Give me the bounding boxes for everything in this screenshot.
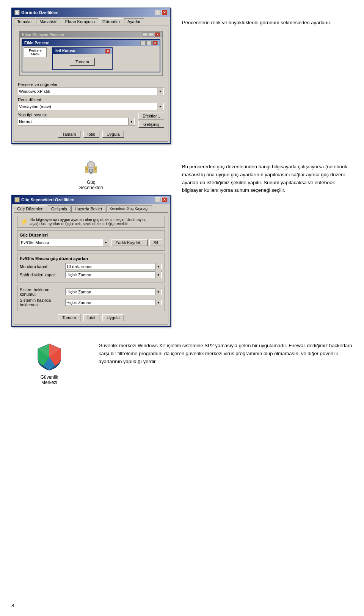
sistem-bekleme-select[interactable]: Hiçbir Zaman ▼ bbox=[65, 288, 162, 295]
section3-security: GüvenlikMerkezi Güvenlik merkezi Windows… bbox=[11, 342, 353, 385]
tab-gelismis[interactable]: Gelişmiş bbox=[48, 205, 71, 212]
gelismis-button[interactable]: Gelişmiş bbox=[138, 121, 164, 128]
renk-duzeni-select[interactable]: Varsayılan (mavi) ▼ bbox=[18, 103, 164, 110]
svg-point-1 bbox=[88, 162, 94, 168]
sil-button[interactable]: Sil bbox=[149, 239, 162, 246]
display-dialog-area: 🖥 Görüntü Özellikleri ? ✕ Temalar Masaüs… bbox=[11, 8, 171, 144]
monitoru-kapat-row: Monitörü kapat: 10 dak. sonra ▼ bbox=[20, 263, 162, 270]
power-icon-svg bbox=[82, 159, 100, 178]
guc-secenekleri-dialog: ⚡ Güç Seçenekleri Özellikleri ? ✕ Güç Dü… bbox=[11, 195, 171, 327]
sabit-disk-select[interactable]: Hiçbir Zaman ▼ bbox=[65, 271, 162, 278]
tab-guc-duzenleri[interactable]: Güç Düzenleri bbox=[14, 205, 47, 212]
yazi-boyutu-col: Yazı tipi boyutu: Normal ▼ bbox=[18, 113, 135, 128]
power-uygula-button[interactable]: Uygula bbox=[102, 314, 124, 321]
power-dialog-title: Güç Seçenekleri Özellikleri bbox=[21, 197, 75, 202]
power-scheme-area: Güç Düzenleri Ev/Ofis Masası ▼ Farklı Ka… bbox=[17, 230, 165, 251]
power-icon-label: GüçSeçenekleri bbox=[79, 180, 103, 190]
dialog-icon: 🖥 bbox=[14, 10, 20, 15]
security-icon-label: GüvenlikMerkezi bbox=[41, 375, 58, 385]
power-close-button[interactable]: ✕ bbox=[162, 197, 168, 202]
power-dialog-buttons: Tamam İptal Uygula bbox=[17, 314, 165, 321]
yazi-boyutu-label: Yazı tipi boyutu: bbox=[18, 113, 135, 117]
tab-gorunum[interactable]: Görünüm bbox=[99, 18, 123, 25]
power-scheme-select[interactable]: Ev/Ofis Masası ▼ bbox=[20, 239, 110, 246]
power-info-text: Bu bilgisayar için uygun ayarları olan g… bbox=[30, 218, 162, 226]
power-help-button[interactable]: ? bbox=[155, 197, 161, 202]
monitoru-kapat-select[interactable]: 10 dak. sonra ▼ bbox=[65, 263, 162, 270]
close-btn-inactive[interactable]: ✕ bbox=[155, 32, 160, 37]
inactive-window-preview: Etkin Olmayan Pencere _ □ ✕ bbox=[19, 31, 163, 76]
yazi-boyutu-select[interactable]: Normal ▼ bbox=[18, 118, 135, 125]
sistem-hazirda-select[interactable]: Hiçbir Zaman ▼ bbox=[65, 299, 162, 306]
close-btn-active[interactable]: ✕ bbox=[152, 41, 158, 45]
svg-rect-5 bbox=[94, 168, 96, 170]
min-btn[interactable]: _ bbox=[143, 32, 148, 37]
message-body: Tamam bbox=[53, 54, 112, 69]
farkli-kaydet-button[interactable]: Farklı Kaydet... bbox=[111, 239, 148, 246]
monitoru-kapat-label: Monitörü kapat: bbox=[20, 264, 65, 269]
section2-power-options: GüçSeçenekleri ⚡ Güç Seçenekleri Özellik… bbox=[11, 159, 353, 327]
sabit-disk-label: Sabit diskleri kapat: bbox=[20, 273, 65, 277]
power-dialog-area: GüçSeçenekleri ⚡ Güç Seçenekleri Özellik… bbox=[11, 159, 171, 327]
form-section: Pencere ve düğmeler: Windows XP stili ▼ … bbox=[18, 82, 164, 128]
active-window-container: Etkin Pencere _ □ ✕ Pencere Metni bbox=[20, 38, 162, 75]
iptal-dialog-button[interactable]: İptal bbox=[83, 131, 100, 138]
section2-text: Bu pencereden güç düzenlerinden hangi bi… bbox=[182, 163, 353, 194]
section1-text: Pencerelerin renk ve büyüklüklerini görü… bbox=[182, 19, 353, 27]
title-controls: ? ✕ bbox=[155, 10, 168, 15]
active-window-preview: Etkin Pencere _ □ ✕ Pencere Metni bbox=[22, 39, 160, 72]
min-btn-active[interactable]: _ bbox=[140, 41, 146, 45]
message-title: İleti Kutusu ✕ bbox=[53, 48, 112, 54]
max-btn[interactable]: □ bbox=[149, 32, 154, 37]
tab-ayarlar[interactable]: Ayarlar bbox=[124, 18, 144, 25]
tamam-dialog-button[interactable]: Tamam bbox=[58, 131, 80, 138]
power-tabs: Güç Düzenleri Gelişmiş Hazırda Beklet Ke… bbox=[12, 204, 170, 212]
tab-masaustu[interactable]: Masaüstü bbox=[36, 18, 61, 25]
power-tamam-button[interactable]: Tamam bbox=[58, 314, 80, 321]
goruntuozellikleri-dialog: 🖥 Görüntü Özellikleri ? ✕ Temalar Masaüs… bbox=[11, 8, 171, 144]
security-icon-area: GüvenlikMerkezi bbox=[11, 342, 87, 385]
efektler-button[interactable]: Efektler... bbox=[138, 113, 164, 119]
dialog-buttons: Tamam İptal Uygula bbox=[18, 131, 164, 138]
section2-description: Bu pencereden güç düzenlerinden hangi bi… bbox=[182, 159, 353, 194]
max-btn-active[interactable]: □ bbox=[146, 41, 152, 45]
sistem-bekleme-arrow: ▼ bbox=[155, 288, 161, 295]
sistem-bekleme-label: Sistem bekleme konumu: bbox=[20, 287, 65, 296]
active-window-body: Pencere Metni İleti Kutusu ✕ bbox=[22, 46, 160, 72]
tab-hazirda-beklet[interactable]: Hazırda Beklet bbox=[71, 205, 105, 212]
sistem-hazirda-row: Sistemin hazırda beklemesi: Hiçbir Zaman… bbox=[20, 298, 162, 307]
dropdown-arrow2: ▼ bbox=[157, 103, 163, 110]
dialog-title: Görüntü Özellikleri bbox=[21, 10, 58, 15]
dialog-title-bar: 🖥 Görüntü Özellikleri ? ✕ bbox=[12, 8, 170, 17]
page-number: 8 bbox=[11, 603, 14, 608]
tab-kesintisiz[interactable]: Kesintisiz Güç Kaynağı bbox=[106, 205, 152, 212]
active-controls: _ □ ✕ bbox=[140, 41, 158, 45]
sabit-disk-arrow: ▼ bbox=[155, 271, 161, 278]
power-dialog-icon: ⚡ bbox=[14, 197, 20, 202]
power-iptal-button[interactable]: İptal bbox=[83, 314, 100, 321]
dropdown-arrow1: ▼ bbox=[157, 88, 163, 95]
yazi-boyutu-row: Yazı tipi boyutu: Normal ▼ Efektler... G… bbox=[18, 113, 164, 128]
sistem-bekleme-row: Sistem bekleme konumu: Hiçbir Zaman ▼ bbox=[20, 287, 162, 296]
power-title-left: ⚡ Güç Seçenekleri Özellikleri bbox=[14, 197, 75, 202]
tab-ekrankoruyucu[interactable]: Ekran Koruyucu bbox=[62, 18, 98, 25]
uygula-dialog-button[interactable]: Uygula bbox=[102, 131, 124, 138]
renk-duzeni-label: Renk düzeni: bbox=[18, 97, 164, 102]
title-left: 🖥 Görüntü Özellikleri bbox=[14, 10, 58, 15]
help-button[interactable]: ? bbox=[155, 10, 161, 15]
monitoru-arrow: ▼ bbox=[155, 263, 161, 270]
section1-display-properties: 🖥 Görüntü Özellikleri ? ✕ Temalar Masaüs… bbox=[11, 8, 353, 144]
close-button[interactable]: ✕ bbox=[162, 10, 168, 15]
pencere-dugmeler-select[interactable]: Windows XP stili ▼ bbox=[18, 88, 164, 95]
tab-temalar[interactable]: Temalar bbox=[14, 18, 35, 25]
sistem-hazirda-arrow: ▼ bbox=[155, 299, 161, 306]
power-title-bar: ⚡ Güç Seçenekleri Özellikleri ? ✕ bbox=[12, 196, 170, 204]
power-scheme-title: Güç Düzenleri bbox=[20, 233, 162, 237]
tamam-msg-button[interactable]: Tamam bbox=[70, 58, 95, 66]
right-buttons: Efektler... Gelişmiş bbox=[138, 113, 164, 128]
msg-close[interactable]: ✕ bbox=[105, 49, 110, 53]
system-settings-group: Sistem bekleme konumu: Hiçbir Zaman ▼ Si… bbox=[17, 285, 165, 311]
svg-rect-4 bbox=[86, 168, 88, 170]
section3-text: Güvenlik merkezi Windows XP işletim sist… bbox=[99, 342, 353, 365]
sistem-hazirda-label: Sistemin hazırda beklemesi: bbox=[20, 298, 65, 307]
